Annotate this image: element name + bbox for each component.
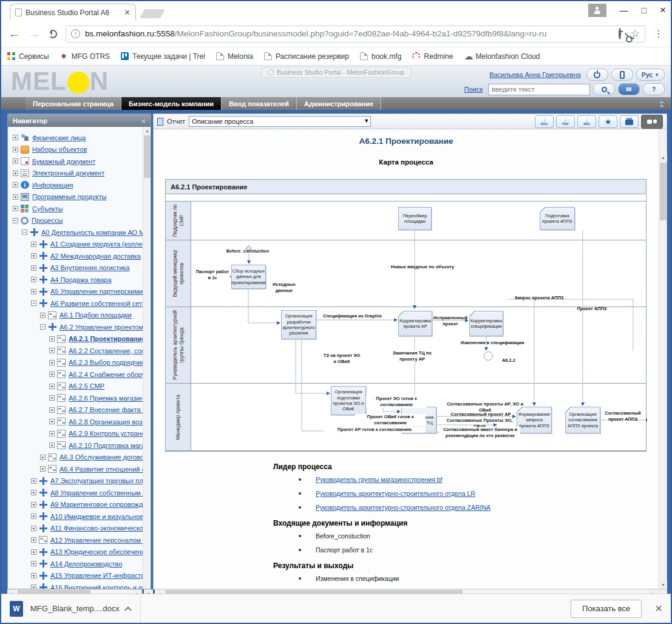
expand-icon[interactable]: + — [31, 502, 36, 507]
tree-item-link[interactable]: А13 Юридическое обеспечение — [50, 548, 143, 555]
export-pdf-button[interactable]: ↓PDF — [556, 115, 575, 128]
tree-item-link[interactable]: А6.3 Обслуживание договора аренды — [59, 453, 143, 461]
expand-icon[interactable]: + — [49, 384, 55, 389]
tree-item-link[interactable]: А12 Управление персоналом и организацион… — [50, 537, 143, 544]
logout-button[interactable] — [586, 69, 608, 81]
language-button[interactable]: Рус▼ — [636, 69, 665, 81]
tree-item-link[interactable]: А2 Международная доставка — [50, 253, 141, 260]
tree-item-link[interactable]: Программные продукты — [32, 193, 106, 200]
navbar-collapse-icon[interactable] — [659, 100, 665, 106]
collapse-icon[interactable]: – — [40, 324, 46, 330]
expand-icon[interactable]: + — [13, 158, 18, 164]
process-box[interactable]: Корректировка спецификации — [469, 311, 503, 336]
forward-button[interactable]: → — [29, 27, 40, 41]
tree-item-link[interactable]: Субъекты — [32, 205, 63, 212]
content-vertical-scrollbar[interactable]: ▲ ▼ — [659, 129, 667, 589]
tab-Персональная страница[interactable]: Персональная страница — [25, 97, 121, 110]
browser-menu-icon[interactable]: ⋮ — [654, 28, 664, 39]
tree-item-link[interactable]: Наборы объектов — [32, 146, 87, 153]
print-button[interactable] — [620, 115, 639, 128]
address-bar[interactable]: i bs.melonfashion.ru:5558/MelonFashionGr… — [66, 25, 645, 42]
favorite-button[interactable]: ★ — [599, 115, 617, 128]
search-button[interactable] — [593, 83, 615, 95]
new-tab-button[interactable] — [140, 9, 165, 18]
bookmark-item[interactable]: Melonia — [216, 52, 253, 61]
bookmark-item[interactable]: Расписание резервир — [264, 52, 349, 61]
sidebar-collapse-icon[interactable]: « — [141, 117, 146, 125]
tree-item-link[interactable]: А6.2.5 СМР — [69, 382, 104, 390]
tree-item-link[interactable]: А6 Развитие собственной сети и отношений… — [50, 300, 143, 307]
section-item-link[interactable]: Руководитель архитектурно-строительного … — [316, 504, 490, 511]
expand-icon[interactable]: + — [49, 371, 55, 377]
tree-item-link[interactable]: А7 Эксплуатация торговых площадей — [50, 477, 143, 484]
tree-item-link[interactable]: А6.2.3 Выбор подрядчика СМР — [69, 359, 143, 366]
expand-icon[interactable]: + — [31, 289, 36, 294]
export-image-button[interactable]: ↓IMG — [577, 115, 596, 128]
tree-item-link[interactable]: А6.4 Развитие отношений с арендодателями — [59, 466, 143, 473]
tree-item-link[interactable]: Информация — [32, 181, 73, 189]
bookmark-item[interactable]: Сервисы — [7, 52, 49, 61]
expand-icon[interactable]: + — [49, 407, 55, 413]
comments-button[interactable] — [641, 115, 663, 129]
expand-icon[interactable]: + — [13, 206, 18, 211]
bookmark-item[interactable]: Текущие задачи | Trel — [121, 52, 205, 61]
tree-item-link[interactable]: А6.2.4 Снабжение оборудованием и материа… — [69, 371, 143, 378]
sidebar-scroll-thumb[interactable] — [144, 135, 151, 178]
expand-icon[interactable]: + — [49, 348, 55, 353]
expand-icon[interactable]: + — [31, 253, 36, 259]
tab-Бизнес-модель компании[interactable]: Бизнес-модель компании — [121, 97, 222, 110]
expand-icon[interactable]: + — [49, 443, 55, 448]
content-scroll-thumb[interactable] — [660, 163, 667, 220]
collapse-icon[interactable]: – — [13, 218, 18, 223]
expand-icon[interactable]: + — [13, 135, 18, 140]
expand-icon[interactable]: + — [31, 514, 36, 519]
expand-icon[interactable]: + — [31, 277, 36, 282]
tree-item-link[interactable]: А10 Имиджевое и визуальное сопровождение… — [50, 513, 143, 520]
expand-icon[interactable]: + — [31, 265, 36, 271]
mobile-version-button[interactable] — [611, 69, 633, 81]
expand-icon[interactable]: + — [49, 431, 55, 436]
section-item-link[interactable]: Руководитель архитектурно-строительного … — [316, 490, 475, 497]
expand-icon[interactable]: + — [31, 478, 36, 484]
process-box[interactable]: Подготовка проекта АППЗ — [540, 207, 575, 230]
expand-icon[interactable]: + — [13, 194, 18, 200]
page-info-icon[interactable]: i — [71, 29, 80, 38]
expand-icon[interactable]: + — [13, 182, 18, 188]
expand-icon[interactable]: + — [31, 585, 36, 589]
process-box[interactable]: Сбор исходных данных для проектирования — [231, 265, 266, 289]
bookmark-item[interactable]: MFG OTRS — [60, 52, 110, 61]
reload-button[interactable] — [49, 30, 57, 38]
window-close-button[interactable]: × — [660, 4, 666, 16]
browser-profile-button[interactable] — [588, 4, 606, 17]
expand-icon[interactable]: + — [40, 466, 46, 472]
tree-item-link[interactable]: А5 Управление партнерскими отношениями — [50, 288, 143, 295]
user-profile-link[interactable]: Васильева Анна Григорьевна — [489, 71, 580, 78]
tree-item-link[interactable]: А6.2.6 Приемка магазина — [69, 395, 143, 402]
search-link[interactable]: Поиск — [464, 86, 483, 93]
help-button[interactable]: ? — [643, 83, 665, 95]
expand-icon[interactable]: + — [31, 561, 36, 566]
browser-tab[interactable]: Business Studio Portal A6 ✕ — [10, 4, 136, 21]
expand-icon[interactable]: + — [31, 573, 36, 578]
tree-item-link[interactable]: А6.2.1 Проектирование — [69, 335, 143, 342]
process-box[interactable]: Организация подготовки проектов ЭО и ОВи… — [331, 386, 366, 415]
expand-icon[interactable]: + — [31, 537, 36, 543]
zoom-icon[interactable] — [619, 28, 621, 39]
back-button[interactable]: ← — [8, 27, 20, 41]
mail-button[interactable]: ✉ — [618, 83, 640, 95]
tree-item-link[interactable]: А6.2.2 Составление, согласование и корре… — [69, 347, 143, 354]
expand-icon[interactable]: + — [40, 455, 46, 460]
tree-item-link[interactable]: А0 Деятельность компании АО Мэлон Фэшн Г… — [41, 229, 143, 236]
event-circle[interactable] — [484, 351, 493, 361]
tree-item-link[interactable]: Физические лица — [32, 134, 86, 141]
bookmark-item[interactable]: book.mfg — [360, 52, 401, 61]
tree-item-link[interactable]: А6.2.7 Внесение факта сметы — [69, 406, 143, 413]
tree-item-link[interactable]: А6.2.8 Организация возврата остатков обо… — [69, 418, 143, 426]
expand-icon[interactable]: + — [40, 313, 46, 318]
scroll-down-icon[interactable]: ▼ — [659, 581, 667, 589]
expand-icon[interactable]: + — [13, 147, 18, 152]
tree-item-link[interactable]: А9 Маркетинговое сопровождение и продвиж… — [50, 501, 143, 508]
process-box[interactable]: Корректировка проекта АР — [398, 311, 432, 336]
tree-item-link[interactable]: А15 Управление ИТ-инфраструктурой — [50, 572, 143, 579]
sidebar-vertical-scrollbar[interactable]: ▲ — [143, 127, 151, 589]
